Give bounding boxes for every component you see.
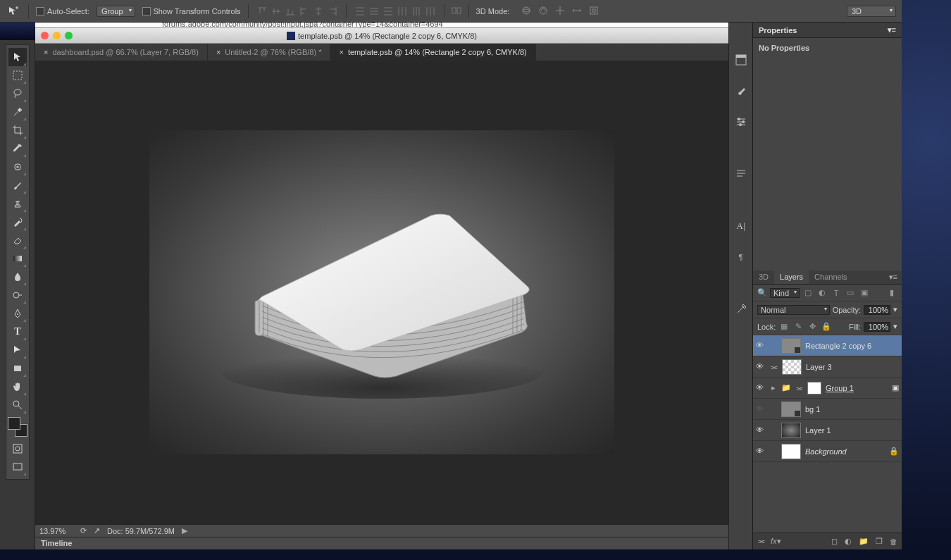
mode3d-scale-icon[interactable]: [588, 5, 602, 18]
visibility-toggle-icon[interactable]: 👁: [756, 362, 766, 372]
auto-select-checkbox[interactable]: Auto-Select:: [36, 7, 89, 15]
filter-toggle-switch[interactable]: ▮: [886, 287, 897, 299]
align-bottom-icon[interactable]: [284, 5, 297, 18]
layer-thumbnail[interactable]: [781, 423, 801, 438]
layer-mask-thumbnail[interactable]: [807, 382, 821, 394]
adjustments-panel-icon[interactable]: [732, 113, 750, 131]
layer-thumbnail[interactable]: [781, 338, 801, 354]
auto-select-mode-dropdown[interactable]: Group: [97, 6, 135, 17]
close-tab-icon[interactable]: ×: [44, 48, 48, 56]
blend-mode-dropdown[interactable]: Normal: [757, 305, 830, 315]
fill-field[interactable]: 100%: [864, 322, 890, 332]
distribute-bottom-icon[interactable]: [382, 5, 394, 18]
visibility-toggle-icon[interactable]: 👁: [756, 383, 766, 393]
brush-tool[interactable]: [8, 176, 27, 194]
mode3d-pan-icon[interactable]: [554, 5, 568, 18]
align-vcenter-icon[interactable]: [270, 5, 282, 18]
layer-row[interactable]: 👁 Rectangle 2 copy 6: [753, 335, 902, 356]
healing-brush-tool[interactable]: [8, 158, 27, 176]
distribute-hcenter-icon[interactable]: [410, 5, 423, 18]
filter-smart-icon[interactable]: ▣: [859, 287, 870, 299]
tool-preset-panel-icon[interactable]: [732, 300, 750, 318]
document-tab[interactable]: ×Untitled-2 @ 76% (RGB/8) *: [208, 44, 331, 61]
tab-3d[interactable]: 3D: [753, 270, 774, 284]
visibility-toggle-icon[interactable]: 👁: [756, 341, 766, 351]
filter-kind-dropdown[interactable]: Kind: [770, 288, 800, 298]
pen-tool[interactable]: [8, 304, 27, 323]
eyedropper-tool[interactable]: [8, 139, 27, 158]
path-selection-tool[interactable]: [8, 341, 27, 359]
show-transform-controls-checkbox[interactable]: Show Transform Controls: [142, 7, 241, 15]
status-sync-icon[interactable]: ⟳: [80, 526, 87, 535]
brushes-panel-icon[interactable]: [732, 82, 750, 100]
styles-panel-icon[interactable]: ¶: [732, 248, 750, 266]
layer-name[interactable]: Layer 1: [805, 426, 899, 435]
layer-name[interactable]: Group 1: [826, 384, 888, 392]
lock-all-icon[interactable]: 🔒: [821, 321, 832, 332]
history-brush-tool[interactable]: [8, 213, 27, 231]
workspace-switcher-dropdown[interactable]: 3D: [847, 6, 896, 17]
tab-layers[interactable]: Layers: [774, 270, 809, 284]
link-layers-button[interactable]: ⫘: [757, 537, 765, 546]
close-tab-icon[interactable]: ×: [216, 48, 220, 56]
lasso-tool[interactable]: [8, 85, 27, 103]
crop-tool[interactable]: [8, 121, 27, 139]
layer-name[interactable]: Background: [805, 447, 885, 456]
paragraph-panel-icon[interactable]: [732, 165, 750, 183]
rectangle-shape-tool[interactable]: [8, 359, 27, 378]
document-tab[interactable]: ×dashboard.psd @ 66.7% (Layer 7, RGB/8): [35, 44, 208, 61]
gradient-tool[interactable]: [8, 249, 27, 268]
visibility-toggle-icon[interactable]: 👁: [756, 447, 766, 456]
distribute-top-icon[interactable]: [354, 5, 366, 18]
lock-position-icon[interactable]: ✥: [807, 321, 818, 332]
timeline-panel-tab[interactable]: Timeline: [35, 537, 728, 549]
distribute-vcenter-icon[interactable]: [368, 5, 380, 18]
zoom-tool[interactable]: [8, 396, 27, 414]
dodge-tool[interactable]: [8, 286, 27, 304]
panel-menu-icon[interactable]: ▾≡: [885, 270, 902, 284]
link-icon[interactable]: ⫘: [770, 363, 778, 371]
add-mask-button[interactable]: ◻: [831, 537, 838, 546]
visibility-toggle-icon[interactable]: 👁: [756, 404, 766, 414]
align-right-icon[interactable]: [326, 5, 339, 18]
status-info-flyout-icon[interactable]: ▶: [182, 526, 187, 535]
lock-transparency-icon[interactable]: ▦: [778, 321, 790, 332]
align-top-icon[interactable]: [256, 5, 268, 18]
layer-row[interactable]: 👁 Background 🔒: [753, 441, 902, 462]
layer-thumbnail[interactable]: [782, 359, 802, 375]
opacity-dropdown-icon[interactable]: ▾: [893, 305, 897, 314]
filter-shape-icon[interactable]: ▭: [845, 287, 856, 299]
link-icon[interactable]: ⫘: [795, 384, 803, 392]
lock-pixels-icon[interactable]: ✎: [792, 321, 804, 332]
quick-mask-toggle[interactable]: [8, 440, 27, 458]
marquee-tool[interactable]: [8, 66, 27, 85]
screen-mode-toggle[interactable]: [8, 458, 27, 476]
mode3d-roll-icon[interactable]: [537, 5, 552, 18]
eraser-tool[interactable]: [8, 231, 27, 249]
layer-name[interactable]: Rectangle 2 copy 6: [805, 342, 899, 350]
layer-name[interactable]: bg 1: [805, 405, 899, 413]
fill-dropdown-icon[interactable]: ▾: [893, 322, 897, 331]
layer-style-button[interactable]: fx▾: [771, 537, 781, 546]
filter-type-icon[interactable]: T: [831, 287, 842, 299]
filter-adjust-icon[interactable]: ◐: [816, 287, 828, 299]
filter-pixel-icon[interactable]: ▢: [802, 287, 814, 299]
type-tool[interactable]: T: [8, 323, 27, 341]
delete-layer-button[interactable]: 🗑: [890, 537, 897, 546]
character-panel-icon[interactable]: A|: [732, 217, 750, 235]
document-tab[interactable]: ×template.psb @ 14% (Rectangle 2 copy 6,…: [330, 44, 535, 61]
layer-thumbnail[interactable]: [781, 402, 801, 417]
mode3d-orbit-icon[interactable]: [521, 5, 535, 18]
new-adjustment-button[interactable]: ◐: [845, 537, 852, 546]
mode3d-slide-icon[interactable]: [571, 5, 585, 18]
move-tool[interactable]: [8, 48, 27, 66]
properties-panel-header[interactable]: Properties ▾≡: [753, 23, 902, 38]
layer-row[interactable]: 👁 ⫘ Layer 3: [753, 356, 902, 378]
layer-row[interactable]: 👁 bg 1: [753, 399, 902, 420]
layer-thumbnail[interactable]: [781, 444, 801, 459]
magic-wand-tool[interactable]: [8, 103, 27, 121]
hand-tool[interactable]: [8, 378, 27, 396]
new-layer-button[interactable]: ❐: [876, 537, 883, 546]
clone-stamp-tool[interactable]: [8, 194, 27, 213]
opacity-field[interactable]: 100%: [864, 305, 890, 315]
